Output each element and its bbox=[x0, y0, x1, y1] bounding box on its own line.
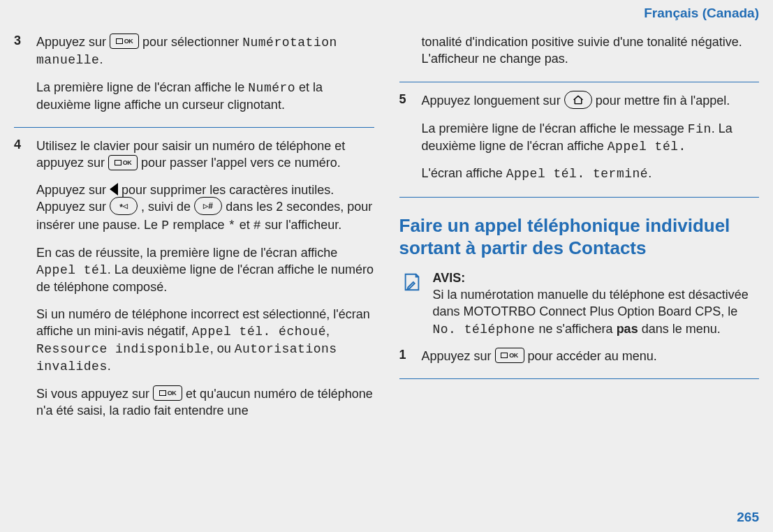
code-text: Appel tél. échoué bbox=[192, 325, 326, 339]
step4-line4: Si un numéro de téléphone incorrect est … bbox=[36, 306, 374, 376]
code-text: No. téléphone bbox=[433, 323, 536, 337]
step4-line5: Si vous appuyez sur OK et qu'aucun numér… bbox=[36, 385, 374, 420]
text: La première ligne de l'écran affiche le … bbox=[422, 121, 688, 135]
ok-button-icon: OK bbox=[110, 34, 139, 49]
code-text: Appel tél bbox=[36, 263, 108, 277]
continuation-text: tonalité d'indication positive suivie d'… bbox=[422, 34, 760, 68]
text: Si la numérotation manuelle du téléphone… bbox=[433, 288, 749, 318]
text: remplace bbox=[169, 218, 228, 232]
code-text: Appel tél. terminé bbox=[506, 167, 648, 181]
step-1: 1 Appuyez sur OK pour accéder au menu. bbox=[399, 348, 760, 374]
notice-block: AVIS: Si la numérotation manuelle du tél… bbox=[399, 269, 760, 338]
text: pour passer l'appel vers ce numéro. bbox=[141, 156, 341, 170]
code-text: P bbox=[161, 219, 169, 232]
code-text: Fin bbox=[688, 122, 712, 136]
text: . bbox=[99, 52, 103, 66]
step3-line1: Appuyez sur OK pour sélectionner Numérot… bbox=[36, 34, 374, 69]
text: , ou bbox=[210, 341, 235, 355]
text: Appuyez longuement sur bbox=[422, 94, 564, 108]
step-3: 3 Appuyez sur OK pour sélectionner Numér… bbox=[14, 34, 374, 123]
code-text: Numéro bbox=[248, 81, 295, 95]
text: sur l'afficheur. bbox=[261, 218, 341, 232]
section-heading: Faire un appel téléphonique individuel s… bbox=[399, 214, 760, 260]
text: , suivi de bbox=[141, 200, 194, 214]
code-text: Ressource indisponible bbox=[36, 342, 210, 356]
step4-continuation: tonalité d'indication positive suivie d'… bbox=[399, 34, 760, 77]
language-header: Français (Canada) bbox=[14, 6, 759, 34]
notice-body: AVIS: Si la numérotation manuelle du tél… bbox=[433, 269, 760, 338]
step4-line1: Utilisez le clavier pour saisir un numér… bbox=[36, 138, 374, 172]
step-number: 3 bbox=[14, 34, 29, 123]
separator bbox=[399, 378, 760, 379]
home-button-icon bbox=[564, 91, 592, 109]
separator bbox=[399, 197, 760, 198]
text: L'écran affiche bbox=[422, 166, 506, 180]
step5-line1: Appuyez longuement sur pour mettre fin à… bbox=[422, 92, 760, 110]
text: La première ligne de l'écran affiche le bbox=[36, 80, 248, 94]
right-column: tonalité d'indication positive suivie d'… bbox=[399, 34, 760, 433]
text: Appuyez sur bbox=[36, 183, 110, 197]
step3-line2: La première ligne de l'écran affiche le … bbox=[36, 79, 374, 114]
text: et bbox=[236, 218, 253, 232]
step4-line3: En cas de réussite, la première ligne de… bbox=[36, 244, 374, 296]
text: . bbox=[108, 359, 111, 373]
text: Appuyez sur bbox=[422, 349, 495, 363]
page-number: 265 bbox=[737, 510, 759, 525]
note-icon bbox=[399, 269, 425, 295]
code-text: # bbox=[253, 219, 261, 232]
step-4: 4 Utilisez le clavier pour saisir un num… bbox=[14, 138, 374, 429]
text: . bbox=[648, 166, 651, 180]
ok-button-icon: OK bbox=[108, 155, 138, 170]
step5-line3: L'écran affiche Appel tél. terminé. bbox=[422, 165, 760, 182]
back-arrow-icon bbox=[110, 183, 118, 195]
ok-button-icon: OK bbox=[153, 385, 182, 401]
text: , bbox=[326, 324, 330, 338]
text: pour sélectionner bbox=[142, 35, 242, 49]
text: dans le menu. bbox=[638, 322, 721, 336]
text: pour mettre fin à l'appel. bbox=[596, 94, 730, 108]
separator bbox=[14, 127, 374, 128]
left-column: 3 Appuyez sur OK pour sélectionner Numér… bbox=[14, 34, 374, 433]
step4-line2: Appuyez sur pour supprimer les caractère… bbox=[36, 182, 374, 235]
bold-text: pas bbox=[617, 322, 638, 336]
step-5: 5 Appuyez longuement sur pour mettre fin… bbox=[399, 92, 760, 193]
step5-line2: La première ligne de l'écran affiche le … bbox=[422, 120, 760, 156]
text: pour accéder au menu. bbox=[528, 349, 657, 363]
star-button-icon: *◁ bbox=[110, 197, 138, 215]
code-text: * bbox=[228, 219, 235, 232]
step-number: 5 bbox=[399, 92, 415, 193]
separator bbox=[399, 82, 760, 82]
step1-line1: Appuyez sur OK pour accéder au menu. bbox=[422, 348, 760, 364]
ok-button-icon: OK bbox=[495, 348, 524, 363]
step-number: 4 bbox=[14, 138, 29, 429]
hash-button-icon: ▷# bbox=[194, 197, 222, 215]
text: Appuyez sur bbox=[36, 35, 110, 49]
text: ne s'affichera bbox=[535, 322, 616, 336]
notice-title: AVIS: bbox=[433, 271, 466, 285]
code-text: Appel tél. bbox=[608, 140, 686, 154]
text: En cas de réussite, la première ligne de… bbox=[36, 246, 337, 260]
step-number: 1 bbox=[399, 348, 415, 374]
text: Si vous appuyez sur bbox=[36, 387, 153, 401]
